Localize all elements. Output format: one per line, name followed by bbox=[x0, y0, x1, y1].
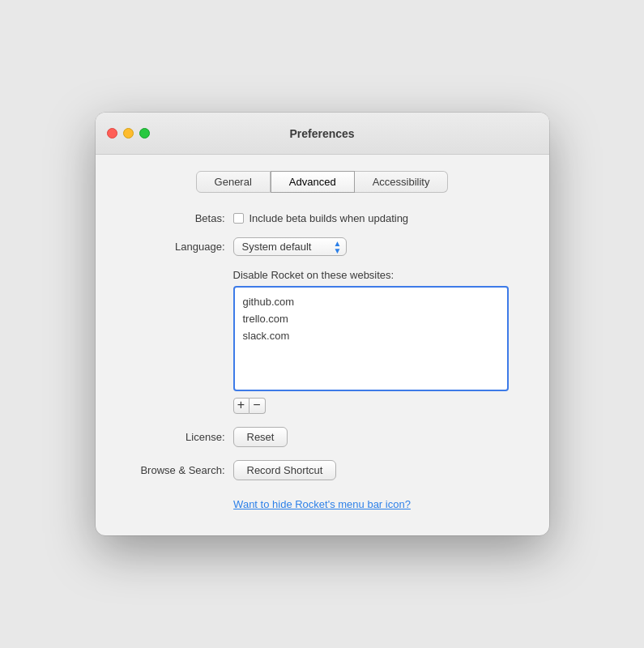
language-select-wrapper: System default English Spanish French Ge… bbox=[233, 237, 347, 256]
websites-textarea[interactable]: github.com trello.com slack.com bbox=[233, 286, 509, 391]
websites-container: github.com trello.com slack.com bbox=[233, 286, 509, 394]
add-remove-buttons: + − bbox=[233, 398, 525, 414]
disable-websites-section: Disable Rocket on these websites: github… bbox=[120, 269, 525, 414]
language-row: Language: System default English Spanish… bbox=[120, 237, 525, 256]
language-select[interactable]: System default English Spanish French Ge… bbox=[233, 237, 347, 256]
tab-accessibility[interactable]: Accessibility bbox=[355, 171, 449, 193]
betas-label: Betas: bbox=[120, 212, 225, 224]
minimize-button[interactable] bbox=[123, 128, 134, 139]
betas-row: Betas: Include beta builds when updating bbox=[120, 212, 525, 224]
hide-menu-bar-link[interactable]: Want to hide Rocket's menu bar icon? bbox=[233, 498, 411, 510]
window-title: Preferences bbox=[289, 127, 354, 140]
betas-checkbox[interactable] bbox=[233, 213, 244, 224]
traffic-lights bbox=[107, 128, 150, 139]
tab-bar: General Advanced Accessibility bbox=[120, 171, 525, 193]
reset-button[interactable]: Reset bbox=[233, 427, 288, 447]
license-row: License: Reset bbox=[120, 427, 525, 447]
remove-website-button[interactable]: − bbox=[249, 398, 266, 414]
browse-search-label: Browse & Search: bbox=[120, 464, 225, 476]
add-website-button[interactable]: + bbox=[233, 398, 249, 414]
betas-checkbox-group: Include beta builds when updating bbox=[233, 212, 409, 224]
maximize-button[interactable] bbox=[139, 128, 150, 139]
content-area: General Advanced Accessibility Betas: In… bbox=[96, 155, 549, 535]
browse-search-row: Browse & Search: Record Shortcut bbox=[120, 460, 525, 480]
license-label: License: bbox=[120, 431, 225, 443]
tab-general[interactable]: General bbox=[196, 171, 271, 193]
preferences-window: Preferences General Advanced Accessibili… bbox=[96, 113, 549, 535]
title-bar: Preferences bbox=[96, 113, 549, 155]
betas-checkbox-label: Include beta builds when updating bbox=[249, 212, 409, 224]
tab-advanced[interactable]: Advanced bbox=[271, 171, 355, 193]
language-label: Language: bbox=[120, 241, 225, 253]
record-shortcut-button[interactable]: Record Shortcut bbox=[233, 460, 337, 480]
bottom-link-container: Want to hide Rocket's menu bar icon? bbox=[120, 497, 525, 511]
disable-websites-label: Disable Rocket on these websites: bbox=[233, 269, 525, 281]
close-button[interactable] bbox=[107, 128, 117, 139]
